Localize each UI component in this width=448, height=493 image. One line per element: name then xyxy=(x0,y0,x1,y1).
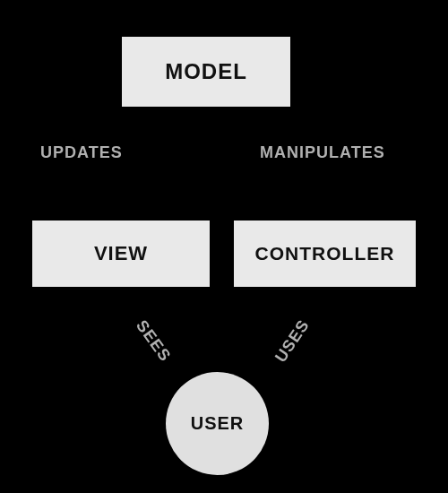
mvc-diagram: MODEL VIEW CONTROLLER USER UPDATES MANIP… xyxy=(0,0,448,493)
edge-label-sees: SEES xyxy=(132,316,175,365)
controller-label: CONTROLLER xyxy=(255,243,395,264)
edge-label-manipulates: MANIPULATES xyxy=(260,143,385,162)
user-label: USER xyxy=(191,413,245,434)
arrow-model-to-view xyxy=(108,108,161,220)
view-node: VIEW xyxy=(31,220,211,288)
user-node: USER xyxy=(166,372,269,475)
model-node: MODEL xyxy=(121,36,291,108)
view-label: VIEW xyxy=(94,242,148,265)
edge-label-uses: USES xyxy=(271,316,314,367)
controller-node: CONTROLLER xyxy=(233,220,417,288)
model-label: MODEL xyxy=(165,59,247,84)
arrow-controller-to-model xyxy=(260,109,323,220)
edge-label-updates: UPDATES xyxy=(40,143,123,162)
